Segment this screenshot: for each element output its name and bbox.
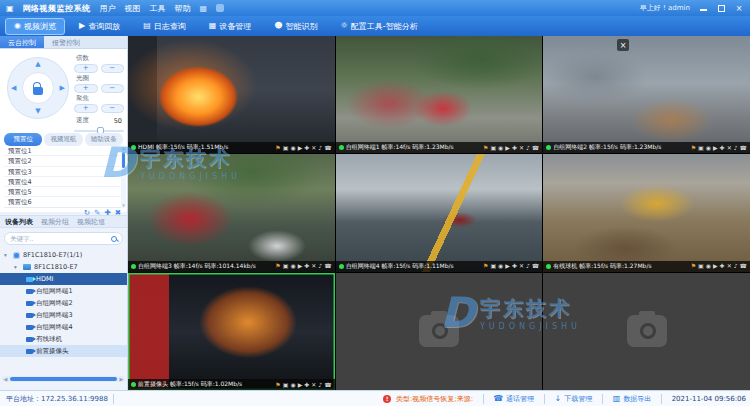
flag-icon[interactable]: ⚑ [483,263,488,269]
tree-channel-adhoc4[interactable]: 自组网终端4 [0,321,127,333]
scroll-left-icon[interactable]: ◀ [2,376,9,382]
record-icon[interactable]: ◉ [290,145,295,151]
preset-item[interactable]: 预置位1 [4,146,123,156]
menu-tools[interactable]: 工具 [150,3,166,14]
talk-icon[interactable]: ☎ [532,263,539,269]
focus-plus-button[interactable]: + [74,104,98,113]
video-tile-front-cam[interactable]: 前置摄像头 帧率:15f/s 码率:1.02Mb/s ⚑ ▣ ◉ ▶ ✚ ✕ ♪… [128,273,335,390]
talk-icon[interactable]: ☎ [324,145,331,151]
toolbar-device-mgmt[interactable]: ▦ 设备管理 [200,18,261,35]
search-icon[interactable] [111,236,117,242]
audio-icon[interactable]: ♪ [526,263,530,269]
tab-video-cruise[interactable]: 视频巡航 [44,133,82,146]
flag-icon[interactable]: ⚑ [275,382,280,388]
flag-icon[interactable]: ⚑ [275,263,280,269]
toolbar-config-tool[interactable]: ☼ 配置工具-智能分析 [332,18,427,35]
ptz-down-icon[interactable]: ▼ [35,108,40,115]
snapshot-icon[interactable]: ▣ [490,145,496,151]
expand-icon[interactable]: ▾ [14,264,20,270]
video-tile-adhoc2[interactable]: 自组网终端2 帧率:15f/s 码率:1.23Mb/s ⚑ ▣ ◉ ▶ ✚ ✕ … [543,36,750,153]
overlay-close-icon[interactable]: × [617,39,629,51]
minimize-button[interactable] [698,3,708,13]
zoom-in-icon[interactable]: ✚ [304,382,309,388]
audio-icon[interactable]: ♪ [318,263,322,269]
close-stream-icon[interactable]: ✕ [519,263,524,269]
tab-presets[interactable]: 预置位 [4,133,42,146]
preset-item[interactable]: 预置位4 [4,177,123,187]
record-icon[interactable]: ◉ [290,263,295,269]
tree-channel-adhoc2[interactable]: 自组网终端2 [0,297,127,309]
snapshot-icon[interactable]: ▣ [698,263,704,269]
focus-minus-button[interactable]: − [101,104,125,113]
talk-icon[interactable]: ☎ [324,263,331,269]
talk-icon[interactable]: ☎ [532,145,539,151]
ptz-up-icon[interactable]: ▲ [35,61,40,68]
talk-icon[interactable]: ☎ [740,263,747,269]
play-icon[interactable]: ▶ [505,145,510,151]
tree-hscrollbar-thumb[interactable] [10,377,117,381]
record-icon[interactable]: ◉ [498,263,503,269]
tab-aux-device[interactable]: 辅助设备 [85,133,123,146]
preset-item[interactable]: 预置位2 [4,156,123,166]
record-icon[interactable]: ◉ [498,145,503,151]
flag-icon[interactable]: ⚑ [691,263,696,269]
audio-icon[interactable]: ♪ [526,145,530,151]
menu-view[interactable]: 视图 [125,3,141,14]
zoom-plus-button[interactable]: + [74,64,98,73]
menu-user[interactable]: 用户 [100,3,116,14]
tree-node-platform[interactable]: ▾ 8F1C1810-E7(1/1) [0,249,127,261]
video-tile-empty[interactable] [543,273,750,390]
ptz-direction-pad[interactable]: ▲ ▼ ◀ ▶ [7,57,69,119]
flag-icon[interactable]: ⚑ [275,145,280,151]
alert-message[interactable]: 类型:视频信号恢复;来源:HDMI;描述:设备:8F1C1810-E7; [396,394,473,404]
talk-icon[interactable]: ☎ [740,145,747,151]
tab-device-list[interactable]: 设备列表 [5,217,33,227]
tree-channel-wired[interactable]: 有线球机 [0,333,127,345]
play-icon[interactable]: ▶ [505,263,510,269]
toolbar-log-query[interactable]: ▤ 日志查询 [134,18,195,35]
play-icon[interactable]: ▶ [713,263,718,269]
audio-icon[interactable]: ♪ [734,263,738,269]
preset-scrollbar-thumb[interactable] [122,152,125,168]
toolbar-ai-recognition[interactable]: ☻ 智能识别 [265,18,326,35]
tree-channel-adhoc3[interactable]: 自组网终端3 [0,309,127,321]
preset-item[interactable]: 预置位3 [4,167,123,177]
video-tile-adhoc3[interactable]: 自组网终端3 帧率:14f/s 码率:1014.14kb/s ⚑ ▣ ◉ ▶ ✚… [128,154,335,271]
ptz-right-icon[interactable]: ▶ [60,85,65,92]
tab-alarm-control[interactable]: 报警控制 [44,36,88,48]
search-input[interactable] [10,235,111,243]
flag-icon[interactable]: ⚑ [691,145,696,151]
iris-plus-button[interactable]: + [74,84,98,93]
preset-scrollbar[interactable]: ▴ ▾ [121,146,126,208]
record-icon[interactable]: ◉ [706,263,711,269]
download-management-button[interactable]: ↓ 下载管理 [555,394,593,404]
record-icon[interactable]: ◉ [290,382,295,388]
close-stream-icon[interactable]: ✕ [519,145,524,151]
tab-video-tour[interactable]: 视频轮巡 [77,217,105,227]
ptz-center-button[interactable] [22,72,54,104]
audio-icon[interactable]: ♪ [734,145,738,151]
zoom-in-icon[interactable]: ✚ [304,263,309,269]
toolbar-video-browse[interactable]: ◉ 视频浏览 [5,18,65,35]
flag-icon[interactable]: ⚑ [483,145,488,151]
scroll-up-icon[interactable]: ▴ [121,146,126,151]
talk-icon[interactable]: ☎ [324,382,331,388]
video-tile-hdmi[interactable]: HDMI 帧率:15f/s 码率:1.51Mb/s ⚑ ▣ ◉ ▶ ✚ ✕ ♪ … [128,36,335,153]
video-tile-empty[interactable] [336,273,543,390]
expand-icon[interactable]: ▾ [4,252,10,258]
snapshot-icon[interactable]: ▣ [490,263,496,269]
iris-minus-button[interactable]: − [101,84,125,93]
close-stream-icon[interactable]: ✕ [311,145,316,151]
close-stream-icon[interactable]: ✕ [727,145,732,151]
play-icon[interactable]: ▶ [298,145,303,151]
play-icon[interactable]: ▶ [713,145,718,151]
close-button[interactable]: × [734,3,744,13]
zoom-in-icon[interactable]: ✚ [512,145,517,151]
zoom-in-icon[interactable]: ✚ [512,263,517,269]
snapshot-icon[interactable]: ▣ [283,145,289,151]
tree-channel-adhoc1[interactable]: 自组网终端1 [0,285,127,297]
tab-video-group[interactable]: 视频分组 [41,217,69,227]
speed-slider[interactable] [74,130,124,132]
snapshot-icon[interactable]: ▣ [283,382,289,388]
tab-ptz-control[interactable]: 云台控制 [0,36,44,48]
